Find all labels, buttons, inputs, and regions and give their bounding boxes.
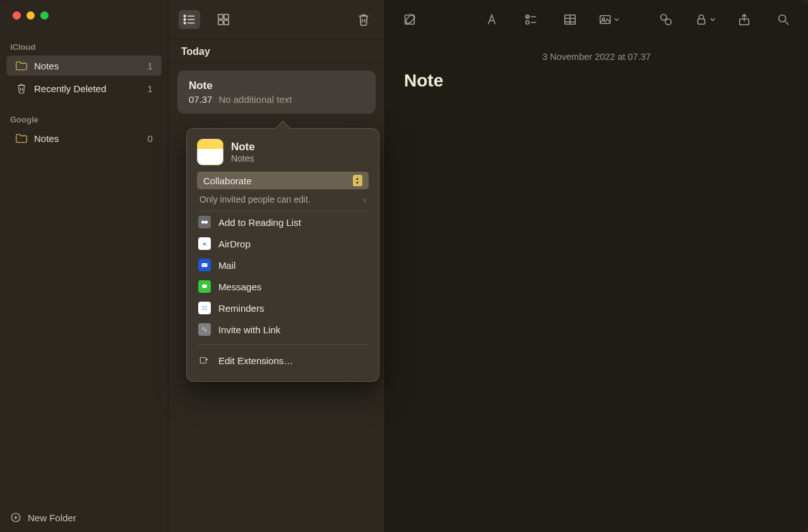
reading-list-icon xyxy=(198,216,211,228)
fullscreen-window-button[interactable] xyxy=(40,11,49,20)
svg-point-8 xyxy=(201,221,205,224)
table-button[interactable] xyxy=(559,10,581,29)
messages-icon xyxy=(198,280,211,293)
media-button[interactable] xyxy=(598,10,620,29)
svg-point-3 xyxy=(184,22,186,24)
share-option-reading-list[interactable]: Add to Reading List xyxy=(197,211,369,233)
svg-point-28 xyxy=(779,15,786,22)
notes-list-header: Today xyxy=(169,39,384,63)
share-popover-title: Note xyxy=(231,141,255,153)
edit-extensions-button[interactable]: Edit Extensions… xyxy=(197,350,369,371)
folder-notes-google[interactable]: Notes 0 xyxy=(6,128,162,148)
notes-app-icon xyxy=(197,139,223,165)
folder-recently-deleted[interactable]: Recently Deleted 1 xyxy=(6,78,162,98)
share-option-reminders[interactable]: Reminders xyxy=(197,297,369,319)
share-popover-subtitle: Notes xyxy=(231,153,255,163)
svg-point-2 xyxy=(184,19,186,21)
stepper-icon xyxy=(353,175,362,186)
collaborate-mode-select[interactable]: Collaborate xyxy=(197,172,369,189)
new-folder-label: New Folder xyxy=(28,512,76,523)
editor-body[interactable]: 3 November 2022 at 07.37 Note xyxy=(385,39,808,532)
notes-list-pane: Today Note 07.37 No additional text Note… xyxy=(169,0,385,532)
airdrop-icon xyxy=(198,237,211,250)
new-folder-button[interactable]: New Folder xyxy=(0,503,168,532)
trash-icon xyxy=(15,82,28,95)
svg-rect-5 xyxy=(224,15,229,19)
chevron-right-icon: › xyxy=(364,195,366,204)
delete-note-button[interactable] xyxy=(353,10,374,29)
folder-count: 1 xyxy=(148,61,153,71)
gallery-view-button[interactable] xyxy=(213,10,234,29)
share-button[interactable] xyxy=(734,10,755,29)
share-option-label: Add to Reading List xyxy=(218,217,301,228)
collaborate-mode-label: Collaborate xyxy=(203,175,252,186)
svg-point-15 xyxy=(202,309,203,310)
link-note-button[interactable] xyxy=(655,10,677,29)
edit-extensions-label: Edit Extensions… xyxy=(218,355,293,366)
list-view-button[interactable] xyxy=(179,10,200,29)
new-note-button[interactable] xyxy=(399,10,420,29)
note-date: 3 November 2022 at 07.37 xyxy=(404,52,789,62)
link-icon xyxy=(198,323,211,336)
share-option-label: Messages xyxy=(218,281,261,292)
note-list-item[interactable]: Note 07.37 No additional text xyxy=(177,71,376,114)
svg-rect-26 xyxy=(698,19,705,24)
svg-rect-4 xyxy=(218,15,223,19)
note-item-title: Note xyxy=(189,80,364,92)
folder-count: 0 xyxy=(148,133,153,144)
folder-count: 1 xyxy=(148,83,153,94)
permission-text: Only invited people can edit. xyxy=(199,194,311,204)
svg-rect-7 xyxy=(224,20,229,25)
list-toolbar xyxy=(169,0,384,39)
folder-label: Notes xyxy=(34,133,148,144)
share-option-invite-link[interactable]: Invite with Link xyxy=(197,319,369,340)
divider xyxy=(197,345,369,345)
folder-icon xyxy=(15,132,28,145)
folder-icon xyxy=(15,59,28,72)
checklist-button[interactable] xyxy=(520,10,542,29)
window-controls xyxy=(0,11,168,20)
svg-point-13 xyxy=(202,306,203,307)
svg-point-12 xyxy=(202,285,207,288)
svg-point-20 xyxy=(526,21,530,25)
editor-toolbar xyxy=(385,0,808,39)
share-option-label: Invite with Link xyxy=(218,324,280,335)
svg-rect-14 xyxy=(205,307,207,307)
extensions-icon xyxy=(198,354,211,367)
folder-notes-icloud[interactable]: Notes 1 xyxy=(6,56,162,76)
section-label-icloud: iCloud xyxy=(0,38,168,54)
share-option-messages[interactable]: Messages xyxy=(197,276,369,297)
folder-label: Recently Deleted xyxy=(34,83,148,94)
close-window-button[interactable] xyxy=(13,11,21,20)
share-option-airdrop[interactable]: AirDrop xyxy=(197,233,369,254)
editor-pane: 3 November 2022 at 07.37 Note xyxy=(385,0,808,532)
section-label-google: Google xyxy=(0,111,168,127)
share-option-label: Mail xyxy=(218,260,236,271)
note-item-time: 07.37 xyxy=(189,94,213,105)
minimize-window-button[interactable] xyxy=(27,11,35,20)
svg-rect-16 xyxy=(205,309,207,310)
sidebar: iCloud Notes 1 Recently Deleted 1 Google… xyxy=(0,0,169,532)
format-text-button[interactable] xyxy=(481,10,502,29)
note-item-preview: No additional text xyxy=(218,94,292,105)
share-option-mail[interactable]: Mail xyxy=(197,254,369,276)
note-title-heading: Note xyxy=(404,71,789,91)
share-option-label: Reminders xyxy=(218,303,264,314)
share-option-label: AirDrop xyxy=(218,239,251,249)
svg-point-1 xyxy=(184,15,186,17)
svg-point-9 xyxy=(205,221,208,224)
svg-rect-6 xyxy=(218,20,223,25)
folder-label: Notes xyxy=(34,61,148,71)
share-popover: Note Notes Collaborate Only invited peop… xyxy=(186,128,379,382)
permission-settings-row[interactable]: Only invited people can edit. › xyxy=(197,189,369,211)
reminders-icon xyxy=(198,302,211,314)
mail-icon xyxy=(198,259,211,271)
lock-button[interactable] xyxy=(694,10,716,29)
search-button[interactable] xyxy=(773,10,794,29)
svg-rect-17 xyxy=(200,358,206,364)
